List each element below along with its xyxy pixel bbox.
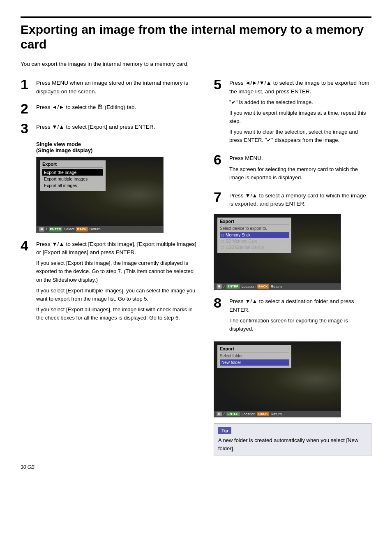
step-8-subtext: The confirmation screen for exporting th…	[229, 317, 371, 333]
step-8-text: Press ▼/▲ to select a destination folder…	[229, 297, 371, 314]
step-number-2: 2	[21, 102, 33, 116]
screen-device-2: □ SD Memory Card	[220, 238, 289, 244]
left-column: 1 Press MENU when an image stored on the…	[21, 77, 197, 456]
step-5-subtext: "✔" is added to the selected image. If y…	[229, 98, 371, 145]
step-7-text: Press ▼/▲ to select a memory card to whi…	[229, 192, 371, 208]
step-6-text: Press MENU.	[229, 154, 371, 162]
screen-2-bar: ⊕ / ENTER Location BACK Return	[214, 283, 341, 290]
page-title: Exporting an image from the internal mem…	[21, 16, 371, 52]
screen-folder-1: New folder	[220, 359, 289, 366]
right-column: 5 Press ◄/►/▼/▲ to select the image to b…	[214, 77, 371, 456]
screen-2-subtitle: Select device to export to.	[220, 226, 289, 231]
screen-1-title: Export	[42, 162, 103, 168]
page-number: 30	[21, 464, 26, 470]
screen-1-container: Export Export the image Export multiple …	[36, 157, 197, 233]
screen-3-title: Export	[220, 346, 289, 352]
step-4: 4 Press ▼/▲ to select [Export this image…	[21, 239, 197, 324]
step-number-7: 7	[214, 190, 226, 204]
step-4-subtext-1: If you select [Export this image], the i…	[36, 259, 197, 322]
step-6-subtext: The screen for selecting the memory card…	[229, 165, 371, 182]
screen-device-1: □ Memory Stick	[220, 232, 289, 238]
screen-3-container: Export Select folder. New folder ⊕ / ENT…	[214, 341, 371, 417]
step-number-6: 6	[214, 153, 226, 167]
screen-3-bar: ⊕ / ENTER Location BACK Return	[214, 411, 341, 417]
step-5: 5 Press ◄/►/▼/▲ to select the image to b…	[214, 77, 371, 147]
screen-menu-item-3: Export all images	[42, 182, 103, 189]
step-3-text: Press ▼/▲ to select [Export] and press E…	[36, 123, 197, 131]
step-2-text: Press ◄/► to select the 🖹 (Editing) tab.	[36, 103, 197, 111]
step-1: 1 Press MENU when an image stored on the…	[21, 77, 197, 96]
tip-text: A new folder is created automatically wh…	[218, 436, 367, 452]
intro-text: You can export the images in the interna…	[21, 60, 371, 68]
screen-3-subtitle: Select folder.	[220, 354, 289, 358]
page-region: GB	[28, 464, 35, 470]
step-number-1: 1	[21, 77, 33, 91]
step-number-3: 3	[21, 121, 33, 135]
screen-device-3: □ USB External Device	[220, 244, 289, 250]
screen-3: Export Select folder. New folder ⊕ / ENT…	[214, 341, 341, 417]
step-2: 2 Press ◄/► to select the 🖹 (Editing) ta…	[21, 102, 197, 116]
screen-1: Export Export the image Export multiple …	[36, 157, 164, 233]
step-5-text: Press ◄/►/▼/▲ to select the image to be …	[229, 79, 371, 96]
screen-2-container: Export Select device to export to. □ Mem…	[214, 214, 371, 290]
step-number-5: 5	[214, 77, 226, 91]
screen-overlay-1: Export Export the image Export multiple …	[40, 160, 106, 191]
mode-label: Single view mode(Single image display)	[36, 141, 197, 153]
page-footer: 30 GB	[21, 464, 371, 470]
tip-header: Tip	[218, 427, 231, 434]
step-number-4: 4	[21, 239, 33, 253]
step-6: 6 Press MENU. The screen for selecting t…	[214, 153, 371, 184]
screen-2-title: Export	[220, 219, 289, 225]
screen-2: Export Select device to export to. □ Mem…	[214, 214, 341, 290]
screen-overlay-2: Export Select device to export to. □ Mem…	[217, 218, 291, 253]
screen-menu-item-2: Export multiple images	[42, 176, 103, 182]
step-number-8: 8	[214, 296, 226, 310]
tip-box: Tip A new folder is created automaticall…	[214, 423, 371, 456]
step-1-text: Press MENU when an image stored on the i…	[36, 79, 197, 96]
step-3: 3 Press ▼/▲ to select [Export] and press…	[21, 121, 197, 135]
screen-overlay-3: Export Select folder. New folder	[217, 345, 291, 368]
screen-menu-item-1: Export the image	[42, 169, 103, 176]
step-8: 8 Press ▼/▲ to select a destination fold…	[214, 296, 371, 336]
step-7: 7 Press ▼/▲ to select a memory card to w…	[214, 190, 371, 208]
screen-1-bar: ⊕ / ENTER Select BACK Return	[37, 226, 163, 232]
step-4-text: Press ▼/▲ to select [Export this image],…	[36, 240, 197, 257]
